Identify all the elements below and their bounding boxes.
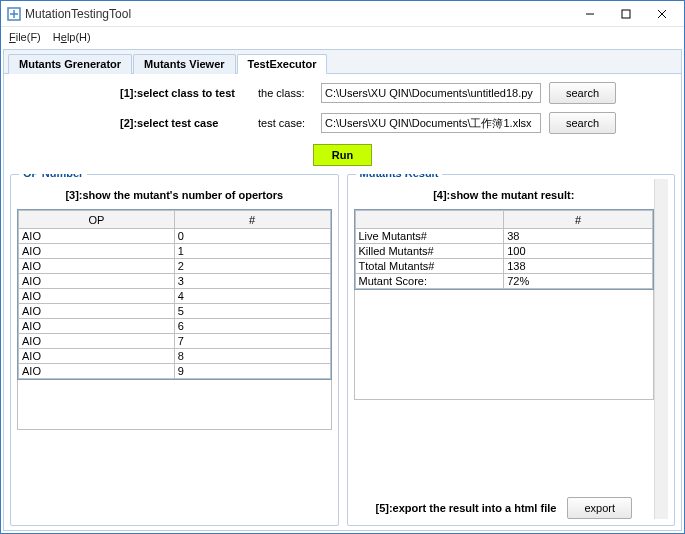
row-select-class: [1]:select class to test the class: sear…: [120, 82, 675, 104]
input-class-path[interactable]: [321, 83, 541, 103]
table-cell: AIO: [19, 244, 175, 259]
table-cell: AIO: [19, 229, 175, 244]
table-cell: 72%: [504, 274, 653, 289]
main-window: MutationTestingTool File(F) Help(H) Muta…: [0, 0, 685, 534]
result-table-empty-area: [354, 290, 655, 400]
table-row[interactable]: AIO8: [19, 349, 331, 364]
table-cell: AIO: [19, 364, 175, 379]
table-cell: AIO: [19, 274, 175, 289]
table-row[interactable]: AIO5: [19, 304, 331, 319]
table-cell: 1: [174, 244, 330, 259]
menubar: File(F) Help(H): [1, 27, 684, 47]
label-the-class: the class:: [258, 87, 313, 99]
app-icon: [7, 7, 21, 21]
tab-mutants-viewer[interactable]: Mutants Viewer: [133, 54, 236, 74]
result-panel-scrollbar[interactable]: [654, 179, 668, 519]
tab-pane-test-executor: [1]:select class to test the class: sear…: [4, 74, 681, 530]
table-row[interactable]: AIO1: [19, 244, 331, 259]
result-panel-title: Mutants Result: [356, 174, 443, 179]
op-table[interactable]: OP # AIO0AIO1AIO2AIO3AIO4AIO5AIO6AIO7AIO…: [17, 209, 332, 380]
tab-bar: Mutants Grenerator Mutants Viewer TestEx…: [4, 50, 681, 74]
content-area: Mutants Grenerator Mutants Viewer TestEx…: [3, 49, 682, 531]
op-panel-subtitle: [3]:show the mutant's number of opertors: [17, 189, 332, 201]
table-cell: 38: [504, 229, 653, 244]
table-cell: 9: [174, 364, 330, 379]
table-row[interactable]: AIO3: [19, 274, 331, 289]
table-cell: AIO: [19, 334, 175, 349]
table-cell: Mutant Score:: [355, 274, 504, 289]
table-cell: 100: [504, 244, 653, 259]
table-row[interactable]: Mutant Score:72%: [355, 274, 653, 289]
table-row[interactable]: AIO9: [19, 364, 331, 379]
op-panel-title: OP Number: [19, 174, 87, 179]
export-row: [5]:export the result into a html file e…: [354, 489, 655, 519]
close-button[interactable]: [644, 2, 680, 26]
result-header-name: [355, 211, 504, 229]
table-cell: 7: [174, 334, 330, 349]
table-row[interactable]: Killed Mutants#100: [355, 244, 653, 259]
row-select-testcase: [2]:select test case test case: search: [120, 112, 675, 134]
table-cell: AIO: [19, 304, 175, 319]
table-row[interactable]: AIO6: [19, 319, 331, 334]
table-cell: AIO: [19, 349, 175, 364]
table-cell: AIO: [19, 289, 175, 304]
table-cell: AIO: [19, 319, 175, 334]
table-row[interactable]: AIO2: [19, 259, 331, 274]
label-test-case: test case:: [258, 117, 313, 129]
op-number-panel: OP Number [3]:show the mutant's number o…: [10, 174, 339, 526]
table-cell: 0: [174, 229, 330, 244]
table-row[interactable]: Live Mutants#38: [355, 229, 653, 244]
run-button[interactable]: Run: [313, 144, 372, 166]
table-cell: Killed Mutants#: [355, 244, 504, 259]
mutants-result-panel: Mutants Result [4]:show the mutant resul…: [347, 174, 676, 526]
table-cell: 8: [174, 349, 330, 364]
table-row[interactable]: Ttotal Mutants#138: [355, 259, 653, 274]
search-class-button[interactable]: search: [549, 82, 616, 104]
label-select-class: [1]:select class to test: [120, 87, 250, 99]
table-row[interactable]: AIO0: [19, 229, 331, 244]
table-cell: AIO: [19, 259, 175, 274]
table-cell: 4: [174, 289, 330, 304]
table-cell: 6: [174, 319, 330, 334]
table-cell: 2: [174, 259, 330, 274]
op-header-op: OP: [19, 211, 175, 229]
panels: OP Number [3]:show the mutant's number o…: [10, 174, 675, 526]
menu-file[interactable]: File(F): [5, 29, 45, 45]
table-cell: Live Mutants#: [355, 229, 504, 244]
titlebar: MutationTestingTool: [1, 1, 684, 27]
op-table-empty-area: [17, 380, 332, 430]
maximize-button[interactable]: [608, 2, 644, 26]
table-row[interactable]: AIO4: [19, 289, 331, 304]
export-label: [5]:export the result into a html file: [375, 502, 556, 514]
op-header-count: #: [174, 211, 330, 229]
svg-rect-1: [622, 10, 630, 18]
window-title: MutationTestingTool: [25, 7, 131, 21]
tab-test-executor[interactable]: TestExecutor: [237, 54, 328, 74]
minimize-button[interactable]: [572, 2, 608, 26]
table-cell: 138: [504, 259, 653, 274]
export-button[interactable]: export: [567, 497, 632, 519]
result-table[interactable]: # Live Mutants#38Killed Mutants#100Ttota…: [354, 209, 655, 290]
table-cell: Ttotal Mutants#: [355, 259, 504, 274]
tab-mutants-generator[interactable]: Mutants Grenerator: [8, 54, 132, 74]
table-row[interactable]: AIO7: [19, 334, 331, 349]
table-cell: 3: [174, 274, 330, 289]
result-panel-subtitle: [4]:show the mutant result:: [354, 189, 655, 201]
input-testcase-path[interactable]: [321, 113, 541, 133]
result-header-count: #: [504, 211, 653, 229]
label-select-testcase: [2]:select test case: [120, 117, 250, 129]
menu-help[interactable]: Help(H): [49, 29, 95, 45]
search-testcase-button[interactable]: search: [549, 112, 616, 134]
table-cell: 5: [174, 304, 330, 319]
